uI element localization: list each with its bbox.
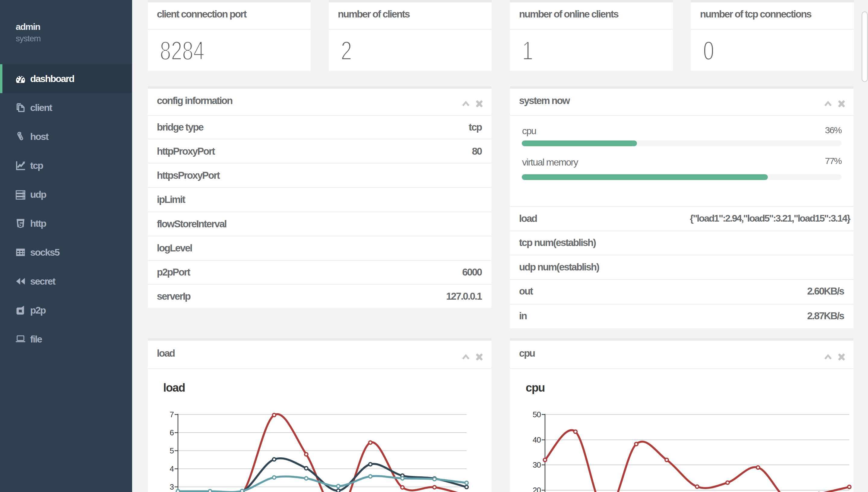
svg-text:3: 3 xyxy=(170,482,174,491)
svg-text:20: 20 xyxy=(533,486,541,492)
svg-text:5: 5 xyxy=(170,446,174,455)
svg-text:50: 50 xyxy=(533,410,541,419)
svg-text:4: 4 xyxy=(170,464,174,473)
svg-text:6: 6 xyxy=(170,428,174,437)
svg-text:40: 40 xyxy=(533,435,541,444)
svg-text:7: 7 xyxy=(170,410,174,419)
svg-text:30: 30 xyxy=(533,460,541,469)
